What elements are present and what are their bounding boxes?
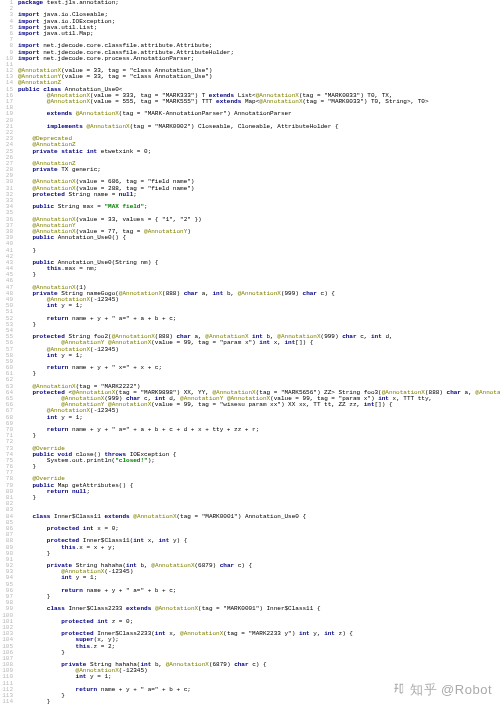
line-number-gutter: 1234567891011121314151617181920212223242… bbox=[0, 0, 16, 704]
code-content: package test.jls.annotation;import java.… bbox=[16, 0, 500, 704]
watermark-text: 知乎 @Robot bbox=[410, 683, 492, 696]
code-editor: 1234567891011121314151617181920212223242… bbox=[0, 0, 500, 704]
zhihu-icon bbox=[392, 682, 406, 696]
watermark: 知乎 @Robot bbox=[392, 682, 492, 696]
